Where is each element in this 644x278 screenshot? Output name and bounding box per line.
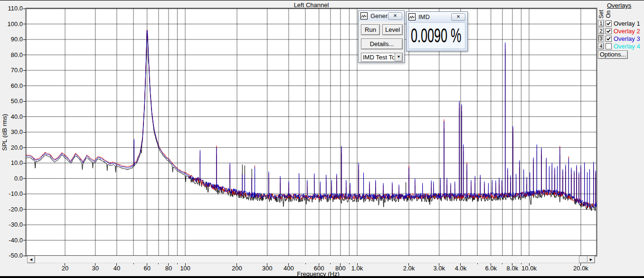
- y-tick-label: -50.0: [1, 252, 23, 259]
- run-button[interactable]: Run: [361, 24, 380, 35]
- imd-close-button[interactable]: ✕: [451, 13, 465, 21]
- overlay-row: 3Overlay 3: [598, 35, 640, 42]
- overlay-label-1: Overlay 1: [614, 20, 640, 27]
- imd-titlebar[interactable]: IMD ✕: [407, 12, 467, 22]
- h-scrollbar[interactable]: ◄ ►: [27, 256, 595, 263]
- y-tick-mark: [23, 39, 26, 40]
- x-tick-label: 200: [223, 265, 251, 272]
- combobox-value: IMD Test To: [363, 54, 394, 61]
- y-tick-mark: [23, 240, 26, 240]
- y-tick-mark: [23, 256, 26, 256]
- close-icon: ✕: [456, 14, 460, 19]
- close-icon: ✕: [393, 13, 397, 18]
- y-tick-label: 90.0: [1, 36, 23, 43]
- generator-dialog: Gener... ✕ Run Level Details... IMD Test…: [358, 10, 405, 63]
- level-button[interactable]: Level: [382, 24, 403, 35]
- waveform-icon: [360, 12, 368, 19]
- y-tick-mark: [23, 147, 26, 148]
- x-tick-label: 40: [103, 265, 131, 272]
- y-tick-label: 0.0: [1, 175, 23, 182]
- y-tick-label: -20.0: [1, 206, 23, 213]
- waveform-icon: [408, 13, 416, 20]
- y-tick-label: -40.0: [1, 237, 23, 244]
- check-icon: [606, 29, 611, 34]
- x-tick-label: 100: [171, 265, 199, 272]
- imd-readout-panel: 0.0090 %: [408, 22, 465, 49]
- y-tick-mark: [23, 116, 26, 117]
- y-tick-mark: [23, 24, 26, 24]
- scroll-right-button[interactable]: ►: [587, 256, 595, 263]
- overlay-label-4: Overlay 4: [614, 43, 640, 50]
- y-tick-label: 80.0: [1, 51, 23, 58]
- y-tick-label: 20.0: [1, 144, 23, 151]
- y-tick-mark: [23, 55, 26, 55]
- overlays-list: 1Overlay 12Overlay 23Overlay 34Overlay 4: [598, 19, 640, 50]
- y-tick-mark: [23, 194, 26, 194]
- y-tick-label: -30.0: [1, 221, 23, 228]
- overlay-row: 1Overlay 1: [598, 19, 640, 27]
- overlay-set-button-3[interactable]: 3: [598, 35, 604, 42]
- y-tick-label: 100.0: [1, 20, 23, 28]
- y-tick-mark: [23, 9, 26, 9]
- y-tick-mark: [23, 132, 26, 133]
- details-button[interactable]: Details...: [361, 38, 403, 49]
- x-tick-label: 20: [51, 265, 79, 272]
- y-tick-mark: [23, 70, 26, 71]
- overlay-row: 4Overlay 4: [598, 42, 640, 50]
- y-tick-label: 70.0: [1, 67, 23, 74]
- check-icon: [606, 21, 611, 26]
- overlay-checkbox-2[interactable]: [606, 28, 612, 34]
- spectrum-plot: [0, 0, 644, 278]
- window-bottom-edge: [0, 276, 644, 278]
- y-tick-label: -10.0: [1, 190, 23, 197]
- y-tick-mark: [23, 101, 26, 102]
- imd-title: IMD: [418, 13, 451, 20]
- y-tick-label: 60.0: [1, 82, 23, 89]
- x-tick-label: 2.0k: [395, 265, 423, 272]
- y-tick-label: 110.0: [1, 5, 23, 12]
- check-icon: [606, 36, 611, 41]
- y-tick-mark: [23, 86, 26, 86]
- x-tick-label: 10.0k: [515, 265, 543, 272]
- overlay-label-2: Overlay 2: [614, 28, 640, 35]
- imd-value: 0.0090 %: [411, 24, 461, 47]
- chart-title: Left Channel: [26, 1, 597, 9]
- overlay-set-button-4[interactable]: 4: [598, 43, 604, 49]
- y-tick-label: 30.0: [1, 128, 23, 135]
- scroll-right-icon: ►: [589, 257, 593, 262]
- x-tick-label: 20.0k: [567, 265, 595, 272]
- options-button[interactable]: Options...: [598, 50, 628, 59]
- generator-close-button[interactable]: ✕: [388, 12, 402, 20]
- scroll-left-button[interactable]: ◄: [27, 256, 35, 263]
- app-window: Left Channel SPL (dB rms) 110.0100.090.0…: [0, 0, 644, 278]
- combobox-dropdown-button[interactable]: ▼: [395, 53, 402, 61]
- y-tick-mark: [23, 209, 26, 210]
- overlay-label-3: Overlay 3: [614, 35, 640, 42]
- overlay-checkbox-4[interactable]: [606, 43, 612, 49]
- y-tick-label: 10.0: [1, 159, 23, 166]
- y-tick-label: 40.0: [1, 113, 23, 120]
- y-tick-mark: [23, 163, 26, 163]
- y-tick-mark: [23, 178, 26, 179]
- y-tick-label: 50.0: [1, 97, 23, 105]
- generator-body: Run Level Details... IMD Test To ▼: [359, 21, 404, 62]
- overlay-checkbox-3[interactable]: [606, 36, 612, 42]
- y-tick-mark: [23, 225, 26, 225]
- test-signal-combobox[interactable]: IMD Test To ▼: [361, 53, 403, 62]
- scroll-left-icon: ◄: [29, 257, 33, 262]
- overlay-set-button-1[interactable]: 1: [598, 20, 604, 27]
- x-tick-label: 4.0k: [446, 265, 475, 272]
- overlay-row: 2Overlay 2: [598, 27, 640, 35]
- generator-titlebar[interactable]: Gener... ✕: [359, 11, 404, 21]
- chevron-down-icon: ▼: [397, 55, 401, 59]
- generator-title: Gener...: [370, 12, 388, 19]
- imd-dialog: IMD ✕ 0.0090 %: [406, 11, 468, 51]
- overlay-set-button-2[interactable]: 2: [598, 28, 604, 34]
- overlay-checkbox-1[interactable]: [606, 20, 612, 27]
